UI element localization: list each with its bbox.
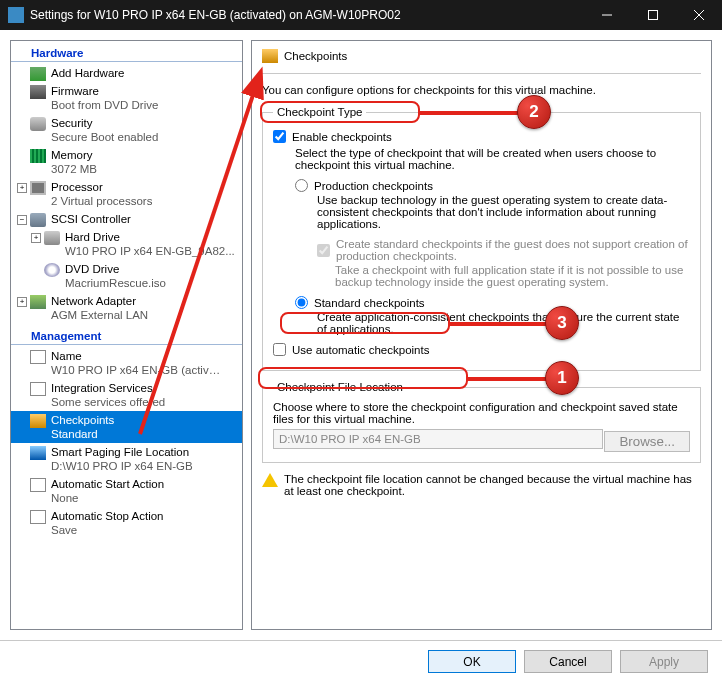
expander-icon[interactable]: + <box>17 297 27 307</box>
cancel-button[interactable]: Cancel <box>524 650 612 673</box>
auto-stop-icon <box>30 510 46 524</box>
tree-network[interactable]: + Network AdapterAGM External LAN <box>11 292 242 324</box>
hard-drive-icon <box>44 231 60 245</box>
production-fallback-label: Create standard checkpoints if the guest… <box>336 238 690 262</box>
panel-header: Checkpoints <box>262 49 701 63</box>
warning-row: The checkpoint file location cannot be c… <box>262 473 701 497</box>
checkpoints-icon <box>30 414 46 428</box>
auto-checkpoints-checkbox[interactable] <box>273 343 286 356</box>
type-description: Select the type of checkpoint that will … <box>295 147 690 171</box>
tree-name[interactable]: NameW10 PRO IP x64 EN-GB (activated) <box>11 347 242 379</box>
hardware-section-header: Hardware <box>11 41 242 62</box>
close-button[interactable] <box>676 0 722 30</box>
panel-intro: You can configure options for checkpoint… <box>262 84 701 96</box>
content-area: Hardware Add Hardware FirmwareBoot from … <box>0 30 722 640</box>
memory-icon <box>30 149 46 163</box>
dvd-icon <box>44 263 60 277</box>
titlebar: Settings for W10 PRO IP x64 EN-GB (activ… <box>0 0 722 30</box>
standard-checkpoints-row[interactable]: Standard checkpoints <box>295 296 690 309</box>
production-checkpoints-row[interactable]: Production checkpoints <box>295 179 690 192</box>
apply-button: Apply <box>620 650 708 673</box>
checkpoint-type-group: Checkpoint Type Enable checkpoints Selec… <box>262 106 701 371</box>
settings-panel: Checkpoints You can configure options fo… <box>251 40 712 630</box>
production-fallback-checkbox <box>317 244 330 257</box>
network-icon <box>30 295 46 309</box>
enable-checkpoints-label: Enable checkpoints <box>292 131 392 143</box>
minimize-button[interactable] <box>584 0 630 30</box>
auto-checkpoints-label: Use automatic checkpoints <box>292 344 429 356</box>
settings-tree[interactable]: Hardware Add Hardware FirmwareBoot from … <box>10 40 243 630</box>
checkpoint-location-group: Checkpoint File Location Choose where to… <box>262 381 701 463</box>
enable-checkpoints-checkbox[interactable] <box>273 130 286 143</box>
ok-button[interactable]: OK <box>428 650 516 673</box>
tree-integration[interactable]: Integration ServicesSome services offere… <box>11 379 242 411</box>
location-desc: Choose where to store the checkpoint con… <box>273 401 690 425</box>
tree-firmware[interactable]: FirmwareBoot from DVD Drive <box>11 82 242 114</box>
tree-auto-start[interactable]: Automatic Start ActionNone <box>11 475 242 507</box>
production-radio[interactable] <box>295 179 308 192</box>
standard-label: Standard checkpoints <box>314 297 425 309</box>
production-desc: Use backup technology in the guest opera… <box>317 194 690 230</box>
window-title: Settings for W10 PRO IP x64 EN-GB (activ… <box>30 8 584 22</box>
location-path: D:\W10 PRO IP x64 EN-GB <box>273 429 603 449</box>
auto-start-icon <box>30 478 46 492</box>
production-note: Take a checkpoint with full application … <box>335 264 690 288</box>
checkpoint-type-legend: Checkpoint Type <box>273 106 366 118</box>
security-icon <box>30 117 46 131</box>
browse-button: Browse... <box>604 431 690 452</box>
tree-dvd-drive[interactable]: DVD DriveMacriumRescue.iso <box>11 260 242 292</box>
name-icon <box>30 350 46 364</box>
firmware-icon <box>30 85 46 99</box>
tree-add-hardware[interactable]: Add Hardware <box>11 64 242 82</box>
warning-text: The checkpoint file location cannot be c… <box>284 473 701 497</box>
app-icon <box>8 7 24 23</box>
tree-auto-stop[interactable]: Automatic Stop ActionSave <box>11 507 242 539</box>
tree-memory[interactable]: Memory3072 MB <box>11 146 242 178</box>
production-fallback-row: Create standard checkpoints if the guest… <box>317 238 690 262</box>
production-label: Production checkpoints <box>314 180 433 192</box>
smart-paging-icon <box>30 446 46 460</box>
expander-icon[interactable]: + <box>17 183 27 193</box>
tree-hard-drive[interactable]: + Hard DriveW10 PRO IP x64 EN-GB_9A82... <box>11 228 242 260</box>
processor-icon <box>30 181 46 195</box>
expander-icon[interactable]: + <box>31 233 41 243</box>
tree-scsi[interactable]: − SCSI Controller <box>11 210 242 228</box>
maximize-button[interactable] <box>630 0 676 30</box>
tree-checkpoints[interactable]: CheckpointsStandard <box>11 411 242 443</box>
svg-rect-1 <box>649 11 658 20</box>
location-legend: Checkpoint File Location <box>273 381 407 393</box>
standard-desc: Create application-consistent checkpoint… <box>317 311 690 335</box>
enable-checkpoints-row[interactable]: Enable checkpoints <box>273 130 690 143</box>
management-section-header: Management <box>11 324 242 345</box>
expander-icon[interactable]: − <box>17 215 27 225</box>
warning-icon <box>262 473 278 487</box>
tree-smart-paging[interactable]: Smart Paging File LocationD:\W10 PRO IP … <box>11 443 242 475</box>
integration-icon <box>30 382 46 396</box>
standard-radio[interactable] <box>295 296 308 309</box>
tree-processor[interactable]: + Processor2 Virtual processors <box>11 178 242 210</box>
dialog-buttons: OK Cancel Apply <box>0 640 722 682</box>
tree-security[interactable]: SecuritySecure Boot enabled <box>11 114 242 146</box>
panel-title: Checkpoints <box>284 50 347 62</box>
auto-checkpoints-row[interactable]: Use automatic checkpoints <box>273 343 690 356</box>
scsi-icon <box>30 213 46 227</box>
hardware-icon <box>30 67 46 81</box>
checkpoints-icon <box>262 49 278 63</box>
